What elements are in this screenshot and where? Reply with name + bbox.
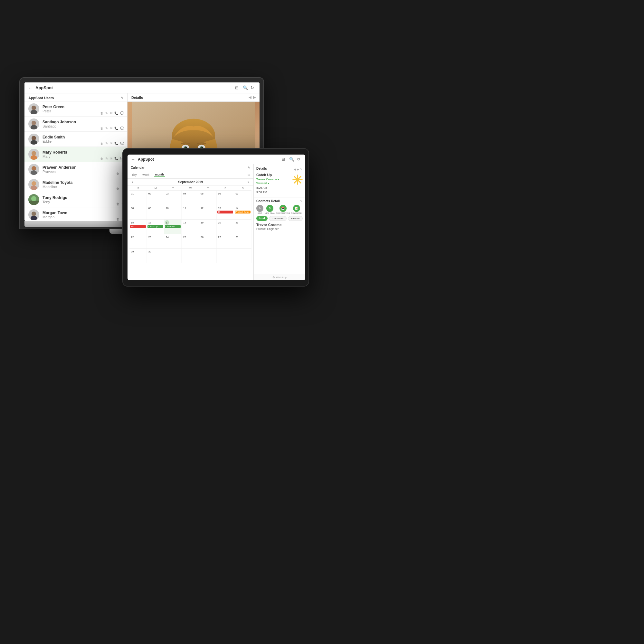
- cal-day[interactable]: 25: [182, 234, 199, 248]
- phone-icon[interactable]: 📞: [114, 111, 118, 115]
- back-button[interactable]: ←: [28, 85, 33, 90]
- tag-lead[interactable]: Lead: [256, 216, 268, 221]
- prev-month-button[interactable]: ‹: [131, 180, 135, 184]
- mail-icon[interactable]: ✉: [110, 157, 112, 160]
- edit-icon[interactable]: ✎: [105, 142, 108, 145]
- tab-month[interactable]: month: [154, 173, 166, 177]
- detail-next[interactable]: ▶: [297, 168, 299, 171]
- contact-item-peter[interactable]: Peter Green Peter 🗑 ✎ ✉ 📞 💬: [24, 101, 127, 117]
- panel-edit-icon[interactable]: ✎: [121, 96, 123, 100]
- delete-icon[interactable]: 🗑: [100, 127, 103, 130]
- tag-customer[interactable]: Customer: [269, 216, 287, 221]
- cal-day[interactable]: 03: [164, 191, 182, 205]
- contacts-detail-edit-icon[interactable]: ✎: [300, 200, 303, 203]
- chat-icon[interactable]: 💬: [120, 142, 124, 145]
- cal-day[interactable]: 1313+: [217, 205, 234, 219]
- new-note-btn[interactable]: 📝 NEW NOTE: [291, 205, 301, 214]
- cal-day[interactable]: 09: [147, 205, 164, 219]
- cal-day-today[interactable]: 17Catch Up: [164, 220, 182, 234]
- cal-day[interactable]: 06: [217, 191, 234, 205]
- cal-day[interactable]: 23: [147, 234, 164, 248]
- refresh-icon[interactable]: ↻: [251, 85, 256, 90]
- cal-day[interactable]: 29: [129, 249, 147, 263]
- contact-item-eddie[interactable]: Eddie Smith Eddie 🗑 ✎ ✉ 📞 💬: [24, 132, 127, 147]
- contact-item-mary[interactable]: Mary Roberts Mary 🗑 ✎ ✉ 📞 💬: [24, 147, 127, 162]
- mail-icon[interactable]: ✉: [110, 111, 112, 115]
- cal-day[interactable]: 02: [147, 191, 164, 205]
- cal-day[interactable]: 16Catch Up: [147, 220, 164, 234]
- cal-event-catchup2[interactable]: Catch Up: [165, 225, 181, 228]
- cal-day[interactable]: 24: [164, 234, 182, 248]
- search-icon-tablet[interactable]: 🔍: [289, 157, 294, 162]
- tag-partner[interactable]: Partner: [288, 216, 303, 221]
- delete-icon[interactable]: 🗑: [116, 172, 119, 175]
- next-month-button[interactable]: ›: [246, 180, 250, 184]
- contact-item-tony[interactable]: Tony Rodrigo Tony 🗑 ✎: [24, 192, 127, 207]
- edit-icon[interactable]: ✎: [105, 157, 108, 160]
- cal-day[interactable]: 08: [129, 205, 147, 219]
- phone-icon[interactable]: 📞: [114, 127, 118, 130]
- cal-day[interactable]: 26: [199, 234, 217, 248]
- cal-day[interactable]: 30: [147, 249, 164, 263]
- edit-icon[interactable]: ✎: [105, 111, 108, 115]
- delete-icon[interactable]: 🗑: [100, 142, 103, 145]
- next-icon[interactable]: ▶: [253, 95, 256, 99]
- cal-day[interactable]: 11: [182, 205, 199, 219]
- detail-prev[interactable]: ◀: [294, 168, 296, 171]
- grid-icon-tablet[interactable]: ⊞: [281, 157, 287, 162]
- cal-day[interactable]: 14Product Detai: [234, 205, 251, 219]
- cal-event[interactable]: 13+: [217, 211, 233, 213]
- tablet-titlebar-icons: ⊞ 🔍 ↻: [281, 157, 302, 162]
- phone-icon[interactable]: 📞: [114, 157, 118, 160]
- new-meeting-btn[interactable]: 📅 NEW MEETING: [276, 205, 290, 214]
- prev-icon[interactable]: ◀: [249, 95, 251, 99]
- cal-edit-icon[interactable]: ✎: [248, 166, 250, 169]
- delete-icon[interactable]: 🗑: [116, 217, 119, 221]
- edit-action-btn[interactable]: ✎ EDIT: [256, 205, 263, 214]
- cal-day[interactable]: 28: [234, 234, 251, 248]
- cal-event-catchup1[interactable]: Catch Up: [147, 225, 163, 228]
- cal-event-test[interactable]: test: [130, 225, 146, 228]
- mail-icon[interactable]: ✉: [110, 142, 112, 145]
- refresh-icon-tablet[interactable]: ↻: [297, 157, 302, 162]
- cal-week-5: 29 30: [129, 248, 251, 263]
- svg-point-11: [31, 185, 37, 190]
- phone-icon[interactable]: 📞: [114, 142, 118, 145]
- cal-day[interactable]: 22: [129, 234, 147, 248]
- cal-day[interactable]: 15test: [129, 220, 147, 234]
- cal-day[interactable]: 07: [234, 191, 251, 205]
- cal-day[interactable]: 01: [129, 191, 147, 205]
- cal-day[interactable]: 18: [182, 220, 199, 234]
- avatar-morgan: [28, 209, 39, 220]
- cal-day[interactable]: 27: [217, 234, 234, 248]
- contact-item-madeline[interactable]: Madeline Toyota Madeline 🗑 ✎: [24, 177, 127, 192]
- cal-grid-icon[interactable]: ⊞: [248, 173, 250, 176]
- delete-icon[interactable]: 🗑: [116, 187, 119, 191]
- cal-day[interactable]: 04: [182, 191, 199, 205]
- chat-icon[interactable]: 💬: [120, 127, 124, 130]
- tab-day[interactable]: day: [131, 173, 138, 177]
- tab-week[interactable]: week: [141, 173, 151, 177]
- cal-day[interactable]: 10: [164, 205, 182, 219]
- cal-event-product[interactable]: Product Detai: [235, 211, 251, 213]
- delete-icon[interactable]: 🗑: [100, 111, 103, 115]
- back-button-tablet[interactable]: ←: [131, 157, 135, 162]
- contact-item-santiago[interactable]: Santiago Johnson Santiago 🗑 ✎ ✉ 📞 💬: [24, 117, 127, 132]
- chat-icon[interactable]: 💬: [120, 111, 124, 115]
- new-deal-btn[interactable]: $ NEW DEAL: [265, 205, 275, 214]
- contact-item-morgan[interactable]: Morgan Town Morgan 🗑 ✎: [24, 207, 127, 221]
- cal-day[interactable]: 19: [199, 220, 217, 234]
- search-icon[interactable]: 🔍: [243, 85, 248, 90]
- cal-day[interactable]: 20: [217, 220, 234, 234]
- cal-day[interactable]: 21: [234, 220, 251, 234]
- edit-icon[interactable]: ✎: [105, 127, 108, 130]
- grid-icon[interactable]: ⊞: [235, 85, 240, 90]
- cal-day[interactable]: 05: [199, 191, 217, 205]
- day-s2: S: [234, 187, 251, 190]
- contact-item-praveen[interactable]: Praveen Anderson Praveen 🗑 ✎: [24, 162, 127, 177]
- mail-icon[interactable]: ✉: [110, 127, 112, 130]
- detail-edit[interactable]: ✎: [300, 168, 303, 171]
- delete-icon[interactable]: 🗑: [100, 157, 103, 160]
- cal-day[interactable]: 12: [199, 205, 217, 219]
- delete-icon[interactable]: 🗑: [116, 202, 119, 206]
